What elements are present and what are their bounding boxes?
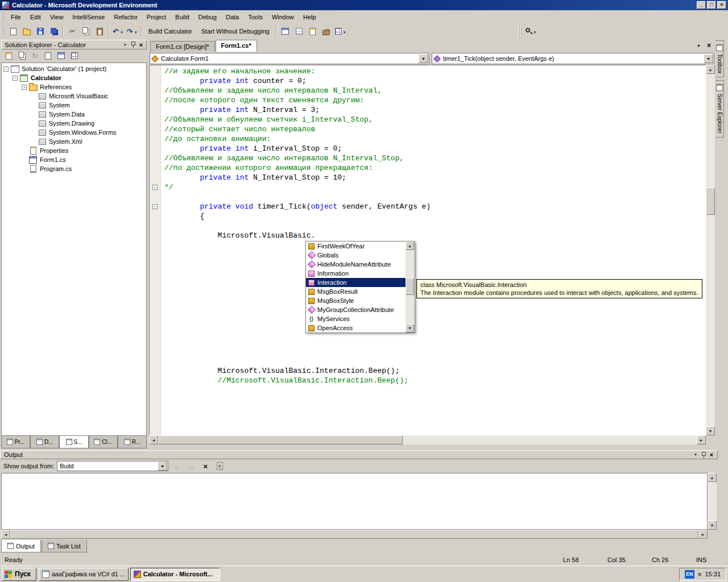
- member-combobox[interactable]: timer1_Tick(object sender, EventArgs e): [432, 53, 714, 64]
- properties-window-button[interactable]: [306, 25, 320, 38]
- output-vertical-scrollbar[interactable]: [708, 473, 717, 530]
- restore-button[interactable]: □: [707, 1, 716, 9]
- new-item-button[interactable]: [6, 25, 20, 38]
- intellisense-scrollbar[interactable]: [406, 242, 415, 332]
- find-dropdown-icon[interactable]: [533, 28, 537, 35]
- menu-build[interactable]: Build: [171, 11, 193, 23]
- close-panel-icon[interactable]: [137, 41, 145, 48]
- panel-menu-icon[interactable]: [121, 41, 129, 48]
- intellisense-item[interactable]: MsgBoxStyle: [306, 296, 406, 305]
- menu-help[interactable]: Help: [299, 11, 321, 23]
- intellisense-item[interactable]: MyGroupCollectionAttribute: [306, 305, 406, 314]
- scrollbar-thumb[interactable]: [158, 435, 403, 444]
- view-designer-button[interactable]: [279, 25, 292, 38]
- panel-tab-s[interactable]: S...: [59, 436, 88, 448]
- taskbar-button[interactable]: аааГрафика на VC# d1 ...: [39, 568, 129, 581]
- panel-tab-d[interactable]: D...: [30, 436, 59, 448]
- build-calculator-button[interactable]: Build Calculator: [144, 25, 197, 38]
- panel-tab-r[interactable]: R...: [118, 436, 147, 448]
- next-message-button[interactable]: [185, 461, 197, 471]
- scroll-right-icon[interactable]: [698, 530, 708, 539]
- intellisense-item[interactable]: Interaction: [306, 278, 406, 287]
- menu-project[interactable]: Project: [142, 11, 171, 23]
- menu-file[interactable]: File: [6, 11, 26, 23]
- expand-toggle-icon[interactable]: [13, 76, 18, 81]
- word-wrap-button[interactable]: [214, 461, 225, 471]
- scroll-left-icon[interactable]: [1, 530, 10, 539]
- scroll-down-icon[interactable]: [706, 426, 715, 435]
- se-add-item-button[interactable]: [68, 51, 80, 61]
- toolbox-button[interactable]: [320, 25, 333, 38]
- prev-message-button[interactable]: [171, 461, 183, 471]
- tray-chevron-icon[interactable]: [698, 570, 702, 578]
- code-editor[interactable]: //и задаем его начальное значение: priva…: [149, 65, 706, 435]
- tree-item-system-windows-forms[interactable]: System.Windows.Forms: [2, 128, 146, 137]
- taskbar-button[interactable]: Calculator - Microsoft...: [130, 568, 220, 581]
- tree-item-program-cs[interactable]: Program.cs: [2, 164, 146, 173]
- se-show-all-files-button[interactable]: [16, 51, 28, 61]
- menu-edit[interactable]: Edit: [26, 11, 46, 23]
- editor-vertical-scrollbar[interactable]: [706, 65, 715, 435]
- redo-button[interactable]: [125, 25, 139, 38]
- language-indicator[interactable]: EN: [685, 570, 694, 579]
- open-file-button[interactable]: [20, 25, 34, 38]
- close-panel-icon[interactable]: [708, 451, 715, 459]
- menu-view[interactable]: View: [46, 11, 68, 23]
- intellisense-item[interactable]: Information: [306, 269, 406, 278]
- solution-explorer-button[interactable]: [292, 25, 306, 38]
- output-tab-task-list[interactable]: Task List: [42, 540, 87, 552]
- cut-button[interactable]: [65, 25, 79, 38]
- pin-icon[interactable]: [129, 41, 137, 48]
- se-view-designer-button[interactable]: [55, 51, 67, 61]
- editor-tab-form1-cs-design[interactable]: Form1.cs [Design]*: [150, 41, 215, 52]
- tree-item-system-xml[interactable]: System.Xml: [2, 137, 146, 146]
- editor-tab-form1-cs[interactable]: Form1.cs*: [216, 40, 257, 52]
- type-combo-dropdown-icon[interactable]: [419, 54, 428, 63]
- menu-intellisense[interactable]: IntelliSense: [68, 11, 109, 23]
- intellisense-list[interactable]: FirstWeekOfYearGlobalsHideModuleNameAttr…: [306, 242, 406, 332]
- output-combo-dropdown-icon[interactable]: [158, 462, 167, 471]
- scrollbar-thumb[interactable]: [706, 188, 715, 215]
- output-content[interactable]: [1, 473, 708, 530]
- type-combobox[interactable]: Calculator.Form1: [150, 53, 429, 64]
- other-windows-button[interactable]: [333, 25, 348, 38]
- start-without-debugging-button[interactable]: Start Without Debugging: [197, 25, 274, 38]
- intellisense-item[interactable]: Globals: [306, 251, 406, 260]
- menu-debug[interactable]: Debug: [194, 11, 221, 23]
- scroll-up-icon[interactable]: [708, 473, 717, 482]
- panel-tab-cl[interactable]: Cl...: [89, 436, 118, 448]
- menu-window[interactable]: Window: [267, 11, 299, 23]
- output-horizontal-scrollbar[interactable]: [1, 530, 708, 539]
- save-all-button[interactable]: [47, 25, 61, 38]
- panel-tab-pr[interactable]: Pr...: [1, 436, 30, 448]
- tree-item-microsoft-visualbasic[interactable]: Microsoft.VisualBasic: [2, 92, 146, 101]
- clear-all-button[interactable]: [200, 461, 211, 471]
- member-combo-dropdown-icon[interactable]: [704, 54, 713, 63]
- side-tab-toolbox[interactable]: Toolbox: [715, 40, 724, 77]
- pin-icon[interactable]: [700, 451, 708, 459]
- tree-item-properties[interactable]: Properties: [2, 146, 146, 155]
- find-button[interactable]: [524, 25, 539, 38]
- panel-menu-icon[interactable]: [692, 451, 700, 459]
- intellisense-item[interactable]: HideModuleNameAttribute: [306, 260, 406, 269]
- se-properties-button[interactable]: [3, 51, 15, 61]
- tree-item-solution-calculator-1-project[interactable]: Solution 'Calculator' (1 project): [2, 64, 146, 73]
- redo-dropdown-icon[interactable]: [134, 28, 138, 35]
- menu-refactor[interactable]: Refactor: [109, 11, 142, 23]
- close-document-icon[interactable]: [705, 41, 713, 49]
- close-button[interactable]: ×: [717, 1, 726, 9]
- expand-toggle-icon[interactable]: [3, 66, 9, 72]
- scroll-up-icon[interactable]: [706, 65, 715, 74]
- undo-button[interactable]: [111, 25, 125, 38]
- scroll-down-icon[interactable]: [708, 521, 717, 530]
- tab-list-dropdown-icon[interactable]: [694, 41, 703, 49]
- intellisense-item[interactable]: MyServices: [306, 314, 406, 323]
- scrollbar-thumb[interactable]: [10, 530, 698, 539]
- intellisense-item[interactable]: FirstWeekOfYear: [306, 242, 406, 251]
- tree-item-system-data[interactable]: System.Data: [2, 110, 146, 119]
- tree-item-form1-cs[interactable]: Form1.cs: [2, 155, 146, 164]
- copy-button[interactable]: [79, 25, 93, 38]
- solution-tree[interactable]: Solution 'Calculator' (1 project)Calcula…: [1, 63, 147, 436]
- output-source-combobox[interactable]: Build: [57, 461, 168, 471]
- expand-toggle-icon[interactable]: [22, 85, 27, 90]
